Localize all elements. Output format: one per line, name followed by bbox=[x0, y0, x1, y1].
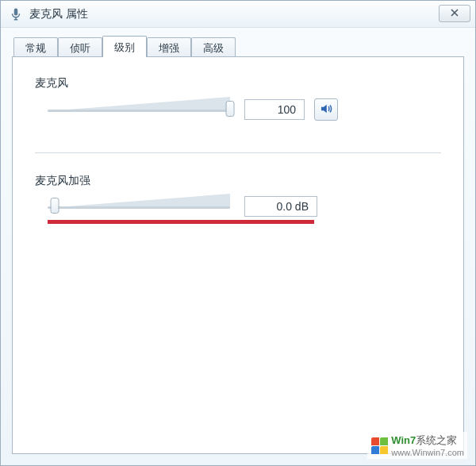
slider-base bbox=[48, 110, 230, 112]
divider bbox=[35, 152, 441, 153]
microphone-level-thumb[interactable] bbox=[226, 101, 235, 117]
tab-listen[interactable]: 侦听 bbox=[58, 37, 102, 57]
microphone-level-row: 100 bbox=[35, 98, 441, 121]
windows-icon bbox=[370, 437, 388, 454]
microphone-boost-slider[interactable] bbox=[48, 196, 230, 217]
microphone-level-group: 麦克风 100 bbox=[35, 76, 441, 121]
mute-button[interactable] bbox=[314, 98, 338, 121]
microphone-boost-label: 麦克风加强 bbox=[35, 174, 441, 188]
watermark-brand-suffix: 系统之家 bbox=[416, 434, 457, 446]
microphone-boost-thumb[interactable] bbox=[51, 198, 60, 214]
close-button[interactable] bbox=[439, 5, 470, 22]
close-icon bbox=[450, 8, 459, 20]
slider-base bbox=[48, 206, 230, 209]
highlight-underline bbox=[48, 220, 314, 224]
watermark-text: Win7系统之家 www.Winwin7.com bbox=[391, 433, 464, 457]
microphone-level-value[interactable]: 100 bbox=[244, 99, 305, 120]
microphone-level-slider[interactable] bbox=[48, 99, 230, 120]
microphone-boost-row: 0.0 dB bbox=[35, 196, 441, 217]
speaker-icon bbox=[319, 102, 333, 118]
content-area: 常规 侦听 级别 增强 高级 麦克风 100 bbox=[12, 34, 464, 454]
microphone-level-label: 麦克风 bbox=[35, 76, 441, 91]
watermark-url: www.Winwin7.com bbox=[391, 448, 464, 457]
watermark-brand-prefix: Win7 bbox=[391, 434, 416, 446]
tabpanel-levels: 麦克风 100 bbox=[12, 56, 464, 454]
tabstrip: 常规 侦听 级别 增强 高级 bbox=[12, 34, 464, 56]
microphone-boost-value[interactable]: 0.0 dB bbox=[244, 196, 317, 217]
tab-advanced[interactable]: 高级 bbox=[191, 37, 236, 57]
titlebar: 麦克风 属性 bbox=[1, 1, 475, 28]
tab-enhancements[interactable]: 增强 bbox=[147, 37, 191, 57]
tab-levels[interactable]: 级别 bbox=[102, 36, 147, 57]
window: 麦克风 属性 常规 侦听 级别 增强 高级 麦克风 bbox=[0, 0, 476, 466]
watermark: Win7系统之家 www.Winwin7.com bbox=[367, 432, 467, 459]
microphone-icon bbox=[9, 7, 23, 21]
window-title: 麦克风 属性 bbox=[29, 7, 88, 21]
microphone-boost-group: 麦克风加强 0.0 dB bbox=[35, 174, 441, 224]
tab-general[interactable]: 常规 bbox=[13, 37, 58, 57]
